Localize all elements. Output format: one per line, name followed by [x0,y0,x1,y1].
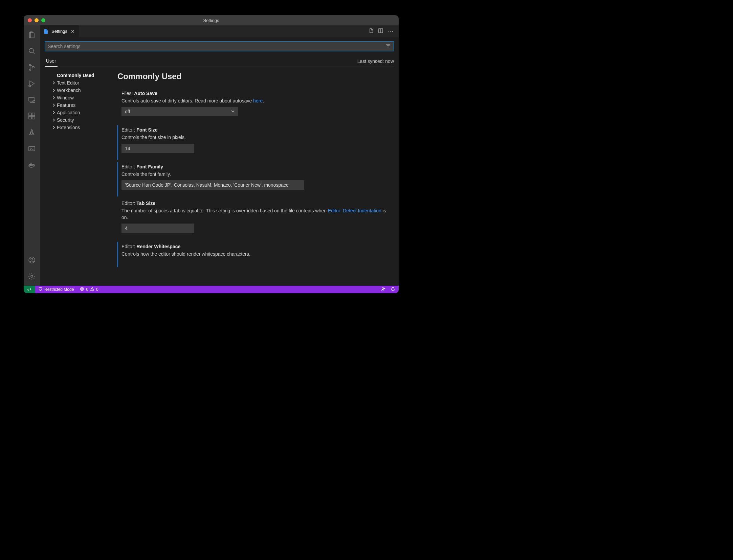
tab-size-input[interactable] [121,224,194,233]
file-icon [43,29,49,34]
split-editor-icon[interactable] [378,28,383,35]
restricted-mode-label: Restricted Mode [44,287,74,292]
setting-editor-font-family: Editor: Font Family Controls the font fa… [117,162,392,196]
svg-rect-11 [29,146,35,151]
run-debug-icon[interactable] [24,75,40,92]
font-size-input[interactable] [121,144,194,153]
section-heading: Commonly Used [117,72,392,81]
tab-settings[interactable]: Settings ✕ [40,25,79,37]
setting-category: Editor: [121,244,136,249]
svg-rect-9 [32,116,35,119]
setting-category: Files: [121,91,134,96]
toc-window[interactable]: Window [51,94,117,101]
azure-icon[interactable] [24,124,40,140]
settings-toc: Commonly Used Text Editor Workbench [45,72,117,286]
editor-tabbar: Settings ✕ ··· [40,25,399,37]
remote-indicator[interactable] [24,286,35,293]
error-count: 0 [86,287,88,292]
svg-point-17 [31,258,33,260]
accounts-icon[interactable] [24,252,40,268]
setting-name: Font Size [136,127,157,133]
settings-scope-row: User Last synced: now [45,56,394,67]
svg-rect-14 [32,164,33,165]
status-bar: Restricted Mode 0 0 [24,286,399,293]
window-zoom-button[interactable] [41,18,45,22]
powershell-icon[interactable] [24,140,40,157]
window-minimize-button[interactable] [35,18,39,22]
app-window: Settings [24,15,399,293]
setting-category: Editor: [121,164,136,169]
shield-icon [38,287,43,292]
setting-description: Controls the font family. [121,171,392,178]
svg-rect-7 [29,113,31,116]
select-value: off [125,109,130,114]
toc-extensions[interactable]: Extensions [51,124,117,131]
auto-save-select[interactable]: off [121,107,238,116]
settings-search-input[interactable] [48,44,385,49]
tab-label: Settings [51,29,67,34]
extensions-icon[interactable] [24,108,40,124]
setting-editor-font-size: Editor: Font Size Controls the font size… [117,125,392,160]
toc-application[interactable]: Application [51,109,117,116]
chevron-right-icon [51,125,56,130]
problems-item[interactable]: 0 0 [77,286,101,293]
chevron-down-icon [231,109,235,114]
window-close-button[interactable] [28,18,32,22]
tab-close-icon[interactable]: ✕ [70,29,75,34]
explorer-icon[interactable] [24,27,40,43]
setting-editor-render-whitespace: Editor: Render Whitespace Controls how t… [117,242,392,267]
chevron-right-icon [51,81,56,85]
chevron-right-icon [51,111,56,115]
svg-rect-10 [32,113,35,116]
setting-name: Render Whitespace [136,244,180,249]
feedback-icon[interactable] [381,287,386,293]
restricted-mode-item[interactable]: Restricted Mode [35,286,77,293]
svg-rect-15 [31,163,32,164]
docker-icon[interactable] [24,157,40,173]
setting-description: Controls the font size in pixels. [121,134,392,141]
scope-tab-user[interactable]: User [45,56,58,67]
toc-workbench[interactable]: Workbench [51,87,117,94]
svg-point-3 [33,67,35,68]
svg-point-6 [33,100,35,103]
toc-features[interactable]: Features [51,101,117,109]
toc-security[interactable]: Security [51,116,117,124]
autosave-doc-link[interactable]: here [253,98,263,103]
notifications-bell-icon[interactable] [391,287,395,293]
svg-rect-13 [31,164,32,165]
setting-name: Font Family [136,164,163,169]
editor-actions: ··· [369,25,399,37]
toc-text-editor[interactable]: Text Editor [51,79,117,87]
toc-commonly-used[interactable]: Commonly Used [51,72,117,79]
more-actions-icon[interactable]: ··· [387,28,394,34]
remote-explorer-icon[interactable] [24,92,40,108]
settings-list: Commonly Used Files: Auto Save Controls … [117,72,394,286]
setting-files-auto-save: Files: Auto Save Controls auto save of d… [117,89,392,123]
source-control-icon[interactable] [24,59,40,75]
activity-bar [24,25,40,286]
traffic-lights [24,18,45,22]
settings-gear-icon[interactable] [24,268,40,284]
settings-search-container [45,41,394,51]
detect-indentation-link[interactable]: Editor: Detect Indentation [328,208,381,213]
titlebar: Settings [24,15,399,25]
svg-rect-8 [29,116,31,119]
chevron-right-icon [51,96,56,100]
chevron-right-icon [51,103,56,107]
search-icon[interactable] [24,43,40,59]
settings-editor: User Last synced: now Commonly Used Text [40,37,399,286]
svg-point-18 [31,275,33,277]
setting-category: Editor: [121,201,136,206]
svg-point-21 [382,287,384,289]
chevron-right-icon [51,88,56,92]
settings-filter-icon[interactable] [385,43,391,50]
open-settings-json-icon[interactable] [369,28,374,35]
window-title: Settings [24,18,399,23]
setting-description: The number of spaces a tab is equal to. … [121,207,392,221]
setting-editor-tab-size: Editor: Tab Size The number of spaces a … [117,199,392,240]
font-family-input[interactable] [121,180,304,190]
warning-icon [90,287,94,292]
sync-status[interactable]: Last synced: now [357,59,394,67]
svg-point-0 [29,48,34,53]
warning-count: 0 [96,287,98,292]
